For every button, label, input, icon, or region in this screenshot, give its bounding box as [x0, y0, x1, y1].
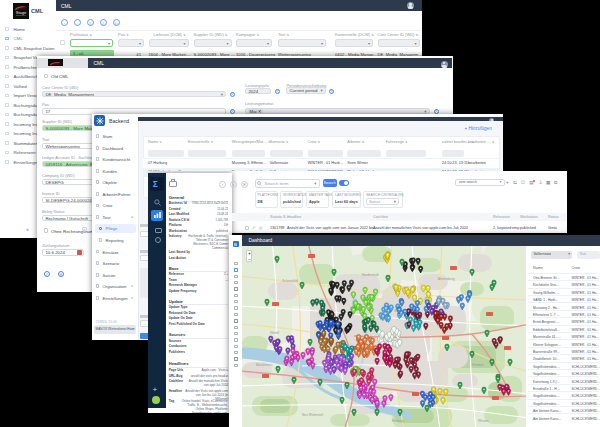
- svg-text:Wedel: Wedel: [270, 331, 279, 335]
- svg-text:Winsen: Winsen: [478, 419, 489, 423]
- svg-text:Norderstedt: Norderstedt: [362, 273, 379, 277]
- svg-text:Ahrensburg: Ahrensburg: [438, 277, 455, 281]
- svg-text:Schenefeld: Schenefeld: [282, 279, 298, 283]
- svg-text:Neu Wulmstorf: Neu Wulmstorf: [302, 413, 323, 417]
- svg-text:Reinbek: Reinbek: [472, 363, 484, 367]
- svg-text:Harburg: Harburg: [392, 419, 404, 423]
- svg-text:Blankenese: Blankenese: [256, 363, 273, 367]
